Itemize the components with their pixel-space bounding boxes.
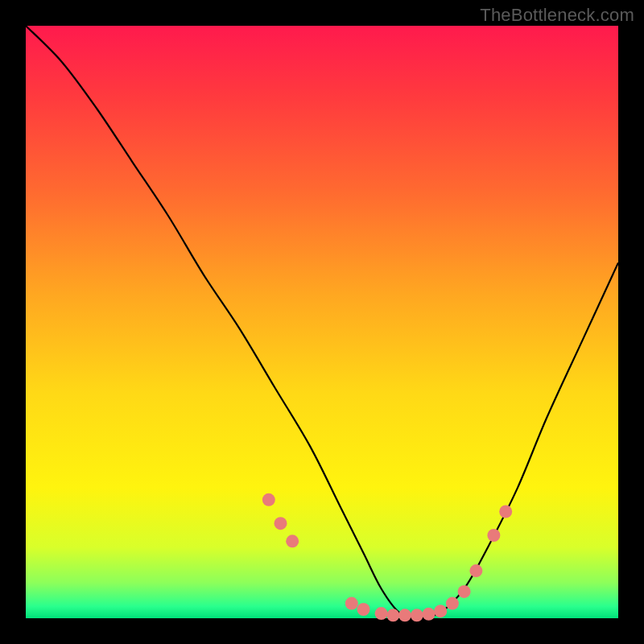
highlighted-point bbox=[375, 607, 388, 620]
bottleneck-chart bbox=[26, 26, 618, 618]
highlighted-point bbox=[398, 609, 411, 621]
highlighted-point bbox=[499, 506, 512, 518]
watermark-text: TheBottleneck.com bbox=[480, 5, 634, 26]
highlighted-point bbox=[286, 535, 299, 547]
highlighted-point bbox=[458, 585, 471, 598]
highlighted-point bbox=[434, 605, 447, 617]
highlighted-point bbox=[262, 493, 275, 506]
highlighted-point bbox=[345, 597, 358, 610]
highlighted-points-group bbox=[262, 493, 512, 622]
highlighted-point bbox=[275, 517, 287, 530]
highlighted-point bbox=[469, 564, 482, 577]
highlighted-point bbox=[487, 529, 500, 542]
highlighted-point bbox=[423, 608, 436, 621]
highlighted-point bbox=[411, 609, 423, 621]
highlighted-point bbox=[357, 603, 370, 616]
bottleneck-curve-line bbox=[26, 26, 618, 618]
highlighted-point bbox=[446, 597, 459, 610]
highlighted-point bbox=[386, 609, 399, 621]
